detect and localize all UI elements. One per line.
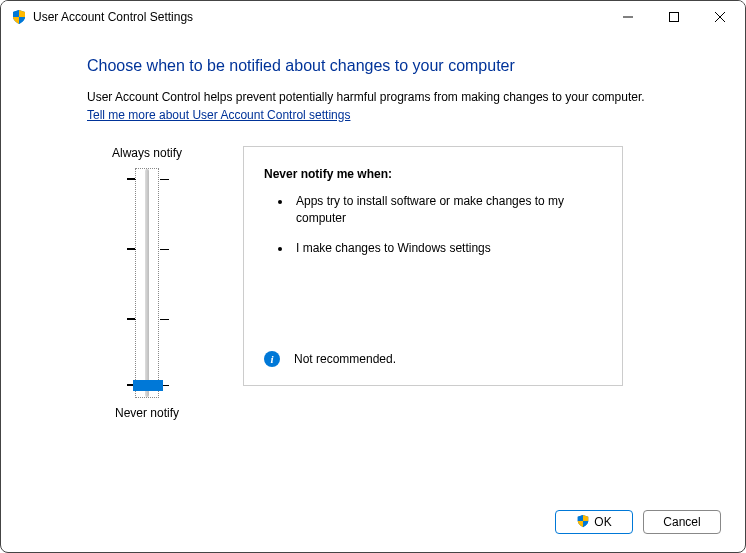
uac-window: User Account Control Settings Choose whe… — [0, 0, 746, 553]
cancel-button[interactable]: Cancel — [643, 510, 721, 534]
page-heading: Choose when to be notified about changes… — [87, 57, 659, 75]
maximize-button[interactable] — [651, 2, 697, 32]
ok-label: OK — [594, 515, 611, 529]
content-area: Choose when to be notified about changes… — [1, 33, 745, 496]
notify-footer: i Not recommended. — [264, 351, 602, 367]
intro-text: User Account Control helps prevent poten… — [87, 89, 659, 106]
notification-slider[interactable] — [135, 168, 159, 398]
slider-column: Always notify Never notify — [87, 146, 207, 420]
slider-label-never: Never notify — [115, 406, 179, 420]
slider-thumb[interactable] — [133, 380, 163, 391]
button-row: OK Cancel — [1, 496, 745, 552]
titlebar: User Account Control Settings — [1, 1, 745, 33]
learn-more-link[interactable]: Tell me more about User Account Control … — [87, 108, 659, 122]
notify-item: I make changes to Windows settings — [292, 240, 602, 257]
notify-title: Never notify me when: — [264, 167, 602, 181]
window-title: User Account Control Settings — [33, 10, 605, 24]
shield-icon — [11, 9, 27, 25]
slider-label-always: Always notify — [112, 146, 182, 160]
ok-button[interactable]: OK — [555, 510, 633, 534]
shield-icon — [576, 514, 590, 531]
recommendation-text: Not recommended. — [294, 352, 396, 366]
info-icon: i — [264, 351, 280, 367]
close-button[interactable] — [697, 2, 743, 32]
notify-item: Apps try to install software or make cha… — [292, 193, 602, 227]
main-row: Always notify Never notify Never notify … — [87, 146, 659, 420]
cancel-label: Cancel — [663, 515, 700, 529]
notification-details-panel: Never notify me when: Apps try to instal… — [243, 146, 623, 386]
notify-list: Apps try to install software or make cha… — [264, 193, 602, 271]
svg-rect-1 — [670, 13, 679, 22]
minimize-button[interactable] — [605, 2, 651, 32]
